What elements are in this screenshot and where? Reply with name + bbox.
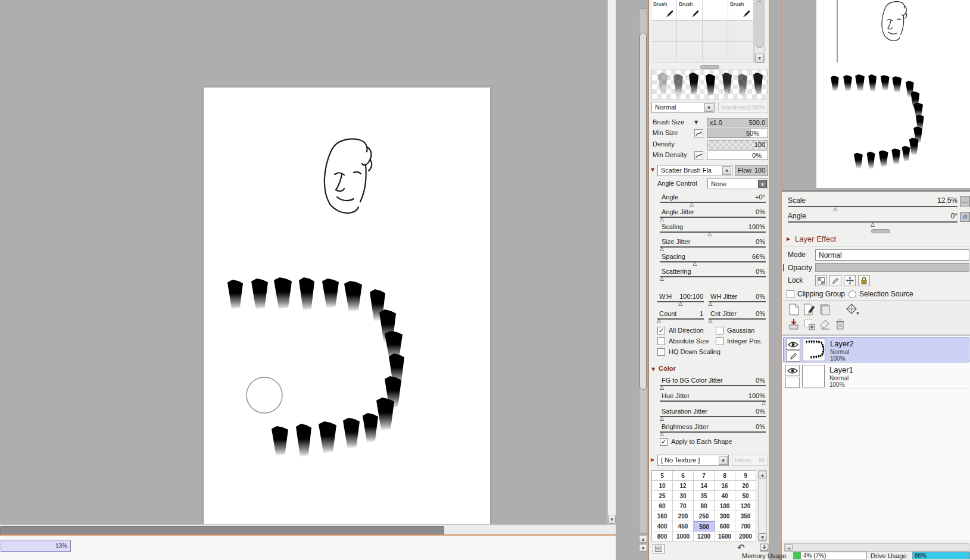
slider-track[interactable] [709, 318, 766, 320]
pen-pressure-toggle[interactable] [694, 151, 703, 160]
layer-indicator-empty[interactable] [785, 377, 800, 388]
brush-slot-empty[interactable] [677, 42, 703, 62]
slider-track[interactable] [660, 401, 766, 402]
size-cell[interactable]: 200 [673, 511, 694, 521]
brush-blend-mode-select[interactable]: Normal ▼ [651, 102, 715, 113]
clear-layer-button[interactable] [818, 318, 832, 331]
pen-pressure-toggle[interactable] [694, 129, 703, 138]
slider-marker[interactable]: △ [657, 318, 661, 324]
chevron-down-icon[interactable]: ▼ [704, 103, 713, 112]
slot-scroll-down-button[interactable]: ▼ [755, 54, 764, 62]
drawing-canvas[interactable] [204, 87, 490, 524]
size-cell[interactable]: 14 [694, 481, 715, 491]
size-cell[interactable]: 50 [735, 491, 756, 501]
slider-track[interactable] [660, 217, 766, 218]
scrollbar-thumb[interactable] [0, 526, 444, 535]
new-layer-set-button[interactable] [818, 303, 832, 316]
lock-pencil-button[interactable] [829, 275, 841, 286]
scroll-down-button[interactable]: ▼ [608, 515, 616, 524]
brush-slot[interactable]: Brush [677, 0, 703, 21]
size-cell[interactable]: 60 [652, 501, 673, 511]
slider-marker[interactable]: △ [660, 216, 664, 222]
new-layer-button[interactable] [787, 303, 801, 316]
selection-source-radio[interactable] [849, 290, 856, 298]
size-cell[interactable]: 9 [735, 471, 756, 481]
brush-slot-empty[interactable] [651, 21, 677, 42]
chevron-down-icon[interactable]: ▼ [758, 180, 767, 188]
layer-row-layer2[interactable]: Layer2Normal100% [783, 337, 969, 362]
brush-slot-empty[interactable] [703, 0, 728, 21]
navigator-preview[interactable] [782, 0, 970, 192]
size-cell[interactable]: 350 [735, 511, 756, 521]
size-cell[interactable]: 1200 [694, 531, 715, 542]
layer-effect-arrow[interactable]: ▶ [787, 236, 790, 242]
texture-section-arrow[interactable]: ▶ [651, 457, 654, 462]
clipping-group-checkbox[interactable] [787, 290, 794, 298]
size-cell[interactable]: 8 [715, 471, 735, 481]
checkbox[interactable] [657, 337, 665, 345]
checkbox[interactable] [716, 337, 723, 345]
slot-scrollbar-thumb[interactable] [756, 1, 763, 48]
slider-marker[interactable]: △ [660, 276, 664, 281]
canvas-vertical-scrollbar[interactable]: ▼ [607, 0, 616, 524]
size-cell[interactable]: 6 [673, 471, 694, 481]
size-cell[interactable]: 40 [715, 491, 735, 501]
size-cell[interactable]: 100 [715, 501, 735, 511]
layer-row-layer1[interactable]: Layer1Normal100% [783, 364, 969, 389]
canvas-horizontal-scrollbar[interactable] [0, 524, 616, 535]
lock-move-button[interactable] [844, 275, 856, 286]
checkbox[interactable] [657, 348, 665, 356]
slider-track[interactable] [660, 276, 766, 277]
size-cell[interactable]: 10 [652, 481, 673, 491]
checkbox[interactable] [716, 327, 723, 334]
size-cell[interactable]: 16 [715, 481, 735, 491]
slider-marker[interactable]: △ [660, 431, 664, 437]
slider-track[interactable] [660, 202, 766, 203]
checkbox[interactable]: ✓ [657, 327, 665, 334]
size-cell[interactable]: 160 [652, 511, 673, 521]
layer-mode-select[interactable]: Normal [815, 249, 969, 261]
brush-slot-empty[interactable] [728, 42, 754, 62]
brush-size-slider[interactable]: x1.0 500.0 [707, 118, 768, 127]
size-cell[interactable]: 300 [715, 511, 735, 521]
min-size-slider[interactable]: 50% [707, 129, 768, 138]
size-cell[interactable]: 700 [735, 521, 756, 531]
copy-layer-button[interactable] [802, 318, 816, 331]
size-cell[interactable]: 7 [694, 471, 715, 481]
texture-select[interactable]: [ No Texture ] ▼ [657, 455, 729, 466]
size-cell[interactable]: 25 [652, 491, 673, 501]
delete-layer-button[interactable] [833, 318, 847, 331]
slider-track[interactable] [660, 431, 766, 433]
size-cell[interactable]: 5 [652, 471, 673, 481]
slider-marker[interactable]: △ [690, 201, 694, 207]
panel-scrollbar-thumb[interactable] [640, 33, 647, 390]
brush-slot[interactable]: Brush [728, 0, 754, 21]
slider-track[interactable] [660, 261, 766, 262]
size-cell[interactable]: 12 [673, 481, 694, 491]
slider-marker[interactable]: △ [660, 415, 664, 421]
splitter-handle[interactable] [700, 65, 719, 69]
size-grid-scrollbar[interactable]: ▲ ▼ [758, 470, 767, 542]
checkbox[interactable]: ✓ [660, 438, 668, 446]
slider-track[interactable] [709, 301, 766, 302]
new-linework-layer-button[interactable] [802, 303, 816, 316]
slider-marker[interactable]: △ [707, 231, 712, 237]
layer-list-scrollbar[interactable]: ◄ [784, 543, 969, 552]
chevron-down-icon[interactable]: ▼ [719, 456, 728, 465]
scroll-down-button[interactable]: ▼ [759, 533, 766, 541]
slider-marker[interactable]: △ [708, 318, 712, 324]
angle-slider-marker[interactable]: △ [871, 221, 875, 227]
splitter-handle[interactable] [871, 229, 890, 233]
zoom-reset-button[interactable]: — [960, 196, 970, 207]
flow-button[interactable]: Flow 100 [735, 165, 768, 176]
scale-slider-marker[interactable]: △ [833, 206, 837, 212]
layer-thumbnail[interactable] [802, 365, 825, 387]
scale-slider-track[interactable] [788, 206, 957, 207]
slider-marker[interactable]: △ [660, 384, 664, 390]
transform-tool-button[interactable] [844, 303, 862, 316]
lock-all-button[interactable] [858, 275, 870, 286]
color-section-arrow[interactable]: ▼ [651, 367, 655, 372]
density-slider[interactable]: 100 [707, 140, 768, 149]
slider-track[interactable] [660, 246, 766, 248]
slider-marker[interactable]: △ [693, 261, 697, 267]
